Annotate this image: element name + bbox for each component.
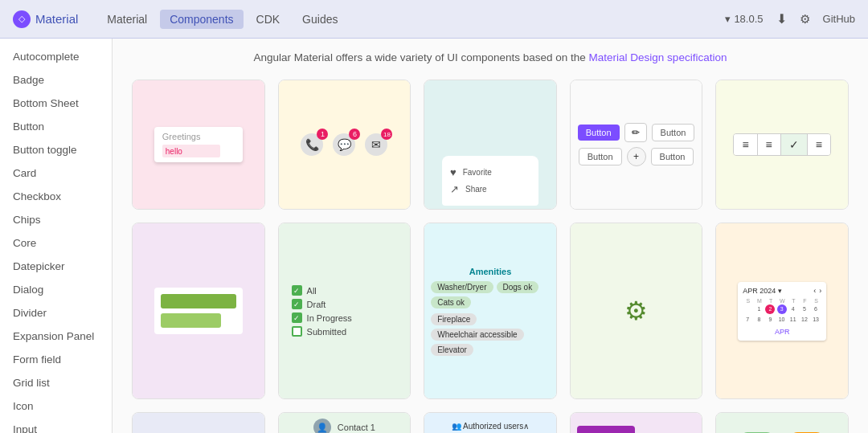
download-icon[interactable]: ⬇: [776, 11, 787, 27]
main-layout: Autocomplete Badge Bottom Sheet Button B…: [0, 39, 868, 433]
sidebar: Autocomplete Badge Bottom Sheet Button B…: [0, 39, 113, 433]
sidebar-item-bottom-sheet[interactable]: Bottom Sheet: [0, 92, 112, 115]
preview-checkbox: ✓All ✓Draft ✓In Progress Submitted: [279, 223, 411, 398]
material-design-link[interactable]: Material Design specification: [589, 51, 727, 63]
preview-autocomplete: Greetings hello: [133, 80, 264, 209]
dp-prev[interactable]: ‹: [813, 287, 816, 295]
down-arrow-icon: ▾: [725, 13, 731, 25]
toggle-check: ✓: [781, 134, 808, 155]
card-info-card: Card A styled container for pieces of it…: [133, 398, 264, 399]
card-info-badge: Badge A small value indicator that can b…: [279, 209, 411, 210]
card-chips[interactable]: Amenities Washer/Dryer Dogs ok Cats ok F…: [424, 223, 557, 398]
nav-tabs: Material Components CDK Guides: [97, 10, 347, 29]
sidebar-item-checkbox[interactable]: Checkbox: [0, 185, 112, 208]
card-badge[interactable]: 📞 1 💬 6 ✉ 18 Badge A small value indicat…: [278, 80, 411, 210]
card-datepicker[interactable]: APR 2024 ▾ ‹ › SMTWTFS 123456 7891011121…: [715, 223, 849, 398]
cb-draft: Draft: [307, 300, 326, 309]
version-selector[interactable]: ▾ 18.0.5: [725, 13, 763, 25]
dp-apr-label: APR: [743, 328, 821, 336]
card-dialog[interactable]: Discard draft? Cancel Discard Dialog A m…: [132, 412, 265, 433]
preview-bottomsheet: ♥ Favorite ↗ Share: [424, 80, 556, 209]
form-authorized-row: 👥 Authorized users∧: [452, 422, 529, 433]
card-bottom-sheet[interactable]: ♥ Favorite ↗ Share Bottom Sheet A large …: [424, 80, 557, 210]
preview-btn-outlined: Button: [652, 124, 695, 141]
toggle-align-right: ≡: [808, 134, 830, 155]
preview-btn-outlined3: Button: [651, 148, 694, 165]
preview-button: Button ✏ Button Button + Button: [571, 80, 702, 209]
card-core[interactable]: ⚙ Core Reusable parts used by other comp…: [570, 223, 703, 398]
ac-greeting-text: Greetings: [162, 132, 235, 141]
github-icon[interactable]: ⚙: [800, 12, 810, 27]
gear-icon: ⚙: [624, 296, 648, 326]
version-label: 18.0.5: [734, 13, 763, 25]
badge-count-2: 6: [349, 129, 360, 140]
app-logo[interactable]: Material: [13, 10, 78, 28]
chip-wheelchair: Wheelchair accessible: [431, 329, 524, 341]
card-button-toggle[interactable]: ≡ ≡ ✓ ≡ Button toggle A groupable on/off…: [715, 80, 849, 210]
card-card[interactable]: Card A styled container for pieces of it…: [132, 223, 265, 398]
logo-icon: [13, 10, 31, 28]
sidebar-item-core[interactable]: Core: [0, 231, 112, 255]
card-autocomplete[interactable]: Greetings hello Autocomplete Suggests re…: [132, 80, 265, 210]
sidebar-item-input[interactable]: Input: [0, 418, 112, 433]
preview-btn-circle: +: [627, 147, 646, 166]
amenities-title: Amenities: [469, 267, 512, 276]
sidebar-item-icon[interactable]: Icon: [0, 394, 112, 418]
sidebar-item-dialog[interactable]: Dialog: [0, 278, 112, 301]
preview-icon: 💬 • 🔋: [716, 413, 848, 433]
components-grid: Greetings hello Autocomplete Suggests re…: [132, 80, 849, 433]
list-item-contact1: 👤 Contact 1: [313, 419, 375, 433]
card-grid-list[interactable]: 🔒 Password ●●●●●●● Grid list A 2D grid l…: [570, 412, 703, 433]
chip-cats: Cats ok: [431, 296, 471, 308]
grid-cell-1: 🔒 Password: [577, 426, 635, 433]
card-list[interactable]: 👤 Contact 1 👤 Contact 2 👤 Contact 3 List…: [278, 412, 411, 433]
ac-input-value: hello: [166, 147, 182, 156]
card-info-core: Core Reusable parts used by other compon…: [571, 398, 702, 399]
preview-card: [133, 223, 264, 398]
contact1-label: Contact 1: [338, 423, 375, 432]
preview-chips: Amenities Washer/Dryer Dogs ok Cats ok F…: [424, 223, 556, 398]
badge-mail-icon: ✉ 18: [365, 133, 387, 156]
sidebar-item-grid-list[interactable]: Grid list: [0, 371, 112, 394]
sidebar-item-chips[interactable]: Chips: [0, 208, 112, 231]
card-info-buttontoggle: Button toggle A groupable on/off toggle …: [716, 209, 848, 210]
cb-all: All: [307, 286, 317, 296]
card-info-autocomplete: Autocomplete Suggests relevant options a…: [133, 209, 264, 210]
sidebar-item-button[interactable]: Button: [0, 115, 112, 138]
badge-count-3: 18: [381, 129, 392, 140]
logo-text: Material: [35, 12, 78, 26]
toggle-align-center: ≡: [758, 134, 781, 155]
badge-chat-icon: 💬 6: [333, 133, 355, 156]
sidebar-item-datepicker[interactable]: Datepicker: [0, 255, 112, 278]
nav-right: ▾ 18.0.5 ⬇ ⚙ GitHub: [725, 11, 855, 27]
sidebar-item-divider[interactable]: Divider: [0, 301, 112, 325]
card-checkbox[interactable]: ✓All ✓Draft ✓In Progress Submitted Check…: [278, 223, 411, 398]
chip-washer: Washer/Dryer: [431, 281, 493, 293]
dp-month-label: APR 2024 ▾: [743, 287, 782, 295]
sidebar-item-autocomplete[interactable]: Autocomplete: [0, 45, 112, 68]
sidebar-item-card[interactable]: Card: [0, 161, 112, 185]
page-description: Angular Material offers a wide variety o…: [132, 51, 849, 63]
tab-material[interactable]: Material: [97, 10, 157, 29]
sidebar-item-form-field[interactable]: Form field: [0, 348, 112, 371]
card-info-bottomsheet: Bottom Sheet A large interactive panel p…: [424, 209, 556, 210]
chip-elevator: Elevator: [431, 344, 473, 356]
preview-core: ⚙: [571, 223, 702, 398]
dp-next[interactable]: ›: [819, 287, 821, 295]
card-form-field[interactable]: 👥 Authorized users∧ + Add user ⚙ Network…: [424, 412, 557, 433]
card-button[interactable]: Button ✏ Button Button + Button Button A…: [570, 80, 703, 210]
preview-btn-filled: Button: [578, 125, 620, 141]
tab-guides[interactable]: Guides: [293, 10, 347, 29]
sidebar-item-expansion-panel[interactable]: Expansion Panel: [0, 325, 112, 348]
github-label[interactable]: GitHub: [823, 13, 855, 25]
card-icon[interactable]: 💬 • 🔋 Icon SVG icon components from Mate…: [715, 412, 849, 433]
preview-badge: 📞 1 💬 6 ✉ 18: [279, 80, 411, 209]
badge-count-1: 1: [317, 129, 328, 140]
preview-form-field: 👥 Authorized users∧ + Add user ⚙ Network…: [424, 413, 556, 433]
sidebar-item-button-toggle[interactable]: Button toggle: [0, 138, 112, 161]
tab-cdk[interactable]: CDK: [247, 10, 290, 29]
avatar-1: 👤: [313, 419, 331, 433]
sidebar-item-badge[interactable]: Badge: [0, 68, 112, 92]
tab-components[interactable]: Components: [160, 10, 243, 29]
main-content: Angular Material offers a wide variety o…: [113, 39, 868, 433]
